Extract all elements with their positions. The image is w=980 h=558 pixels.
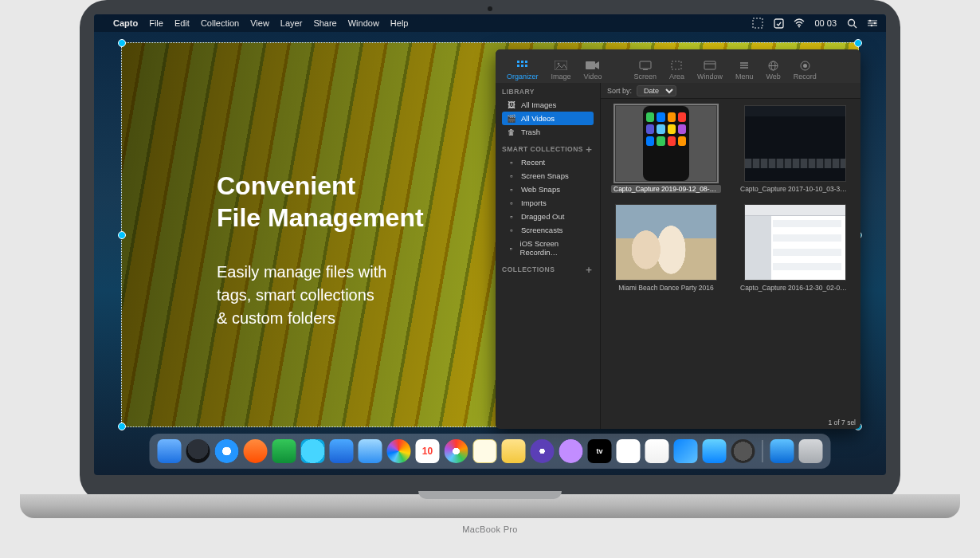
dock-reminders[interactable] (502, 439, 526, 463)
sidebar-item-recent[interactable]: ▫︎Recent (502, 155, 594, 169)
sidebar-item-imports[interactable]: ▫︎Imports (502, 196, 594, 210)
capture-region-icon[interactable] (752, 18, 763, 29)
record-icon (798, 60, 812, 71)
resize-handle-w[interactable] (118, 231, 126, 239)
folder-icon: ▫︎ (507, 172, 516, 180)
sidebar-item-screencasts[interactable]: ▫︎Screencasts (502, 223, 594, 237)
resize-handle-sw[interactable] (118, 422, 126, 430)
tool-label: Window (697, 73, 723, 81)
dock-video[interactable] (531, 439, 555, 463)
tool-video[interactable]: Video (578, 57, 609, 83)
status-text: 1 of 7 sel (829, 418, 857, 426)
svg-rect-23 (704, 61, 715, 69)
dock-firefox[interactable] (244, 439, 268, 463)
dock-news[interactable] (617, 439, 641, 463)
menu-icon (737, 60, 751, 71)
sidebar-item-web-snaps[interactable]: ▫︎Web Snaps (502, 183, 594, 196)
resize-handle-nw[interactable] (118, 39, 126, 47)
spotlight-icon[interactable] (846, 18, 857, 29)
svg-rect-22 (672, 61, 681, 69)
folder-icon: ▫︎ (507, 199, 516, 207)
resize-handle-ne[interactable] (854, 39, 862, 47)
menu-view[interactable]: View (250, 18, 269, 28)
dock-notes[interactable] (473, 439, 497, 463)
sidebar-section-smart: SMART COLLECTIONS ＋ ▫︎Recent ▫︎Screen Sn… (496, 140, 600, 261)
thumbnail[interactable]: Capto_Capture 2017-10-10_03-33-58_PM (738, 105, 853, 193)
menu-share[interactable]: Share (313, 18, 336, 28)
dock-photos[interactable] (387, 439, 411, 463)
tool-record[interactable]: Record (787, 57, 823, 83)
menu-collection[interactable]: Collection (201, 18, 239, 28)
sidebar-item-dragged-out[interactable]: ▫︎Dragged Out (502, 210, 594, 223)
menu-file[interactable]: File (149, 18, 163, 28)
add-smart-collection-button[interactable]: ＋ (584, 146, 594, 152)
menubar-app-name[interactable]: Capto (113, 18, 138, 28)
tool-menu[interactable]: Menu (729, 57, 760, 83)
dock-itunes[interactable] (445, 439, 468, 463)
item-label: iOS Screen Recordin… (520, 239, 589, 257)
laptop-label: MacBook Pro (462, 525, 517, 534)
dock: 10 tv (150, 434, 831, 469)
tool-web[interactable]: Web (759, 57, 786, 83)
svg-line-4 (853, 25, 857, 28)
dock-settings[interactable] (731, 439, 755, 463)
thumbnail-caption: Miami Beach Dance Party 2016 (618, 284, 714, 292)
tool-window[interactable]: Window (691, 57, 729, 83)
add-collection-button[interactable]: ＋ (584, 266, 594, 273)
dock-finder[interactable] (158, 439, 182, 463)
sidebar-item-trash[interactable]: 🗑 Trash (502, 125, 594, 139)
dock-trash[interactable] (799, 439, 823, 463)
tool-area[interactable]: Area (663, 57, 691, 83)
dock-appletv[interactable]: tv (588, 439, 612, 463)
tool-image[interactable]: Image (545, 57, 578, 83)
sort-bar: Sort by: Date (601, 83, 860, 99)
dock-keynote[interactable] (674, 439, 698, 463)
tool-label: Organizer (507, 73, 539, 81)
dock-mail[interactable] (330, 439, 354, 463)
sidebar-item-all-images[interactable]: 🖼 All Images (502, 98, 594, 112)
video-icon (586, 60, 600, 71)
sidebar-item-screen-snaps[interactable]: ▫︎Screen Snaps (502, 169, 594, 183)
thumbnail[interactable]: Capto_Capture 2016-12-30_02-01-33_PM (738, 204, 853, 292)
thumbnail[interactable]: Capto_Capture 2019-09-12_08-54-33_PM (609, 105, 723, 193)
dock-appstore[interactable] (703, 439, 727, 463)
sidebar-item-all-videos[interactable]: 🎬 All Videos (502, 112, 594, 125)
sidebar-item-ios-recordings[interactable]: ▫︎iOS Screen Recordin… (502, 237, 594, 259)
menu-window[interactable]: Window (348, 18, 379, 28)
control-center-icon[interactable] (867, 18, 878, 29)
dock-imessage[interactable] (301, 439, 325, 463)
dock-safari[interactable] (215, 439, 239, 463)
menu-help[interactable]: Help (390, 18, 409, 28)
item-label: Recent (521, 158, 545, 167)
svg-rect-11 (517, 61, 519, 63)
item-label: Dragged Out (521, 212, 564, 221)
dock-pages[interactable] (645, 439, 669, 463)
dock-calendar[interactable]: 10 (416, 439, 440, 463)
sort-select[interactable]: Date (637, 85, 676, 96)
wifi-icon[interactable] (794, 18, 805, 29)
thumbnail[interactable]: Miami Beach Dance Party 2016 (609, 204, 723, 292)
folder-icon: ▫︎ (507, 244, 515, 252)
thumbnail-grid: Capto_Capture 2019-09-12_08-54-33_PM Cap… (601, 99, 860, 429)
area-icon (669, 60, 684, 71)
dock-podcasts[interactable] (559, 439, 583, 463)
dock-downloads[interactable] (770, 439, 794, 463)
screen: Capto File Edit Collection View Layer Sh… (94, 14, 886, 475)
sidebar-section-collections: COLLECTIONS ＋ (496, 261, 600, 277)
menubar-clock[interactable]: 00 03 (814, 18, 837, 28)
video-icon: 🎬 (507, 115, 516, 123)
tool-organizer[interactable]: Organizer (500, 57, 545, 83)
capto-window: Organizer Image Video Screen (496, 49, 860, 429)
svg-point-32 (803, 64, 807, 68)
svg-rect-16 (525, 65, 527, 67)
setapp-icon[interactable] (773, 18, 784, 29)
menu-edit[interactable]: Edit (174, 18, 190, 28)
svg-rect-0 (753, 18, 762, 28)
dock-messages[interactable] (272, 439, 296, 463)
svg-rect-13 (525, 61, 527, 63)
menu-layer[interactable]: Layer (280, 18, 303, 28)
tool-screen[interactable]: Screen (627, 57, 663, 83)
dock-launchpad[interactable] (186, 439, 210, 463)
dock-maps[interactable] (359, 439, 382, 463)
section-heading: SMART COLLECTIONS ＋ (502, 145, 594, 153)
